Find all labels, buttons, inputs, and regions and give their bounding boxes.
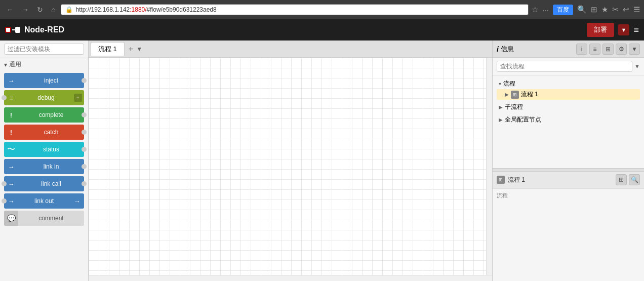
linkcall-port-right [82, 181, 87, 186]
main-menu-button[interactable]: ≡ [633, 25, 639, 35]
info-tree-flows-row[interactable]: ▾ 流程 [497, 78, 640, 89]
node-comment[interactable]: 💬 comment [4, 211, 84, 226]
browser-chrome: ← → ↻ ⌂ 🔒 http://192.168.1.142:1880/#flo… [0, 0, 644, 19]
svg-rect-3 [15, 27, 20, 33]
forward-btn[interactable]: → [19, 5, 31, 15]
grid-icon[interactable]: ⊞ [591, 5, 597, 14]
deploy-dropdown-button[interactable]: ▼ [618, 24, 630, 35]
canvas-grid[interactable] [89, 58, 492, 281]
flow1-arrow: ▶ [505, 92, 509, 97]
node-link-in[interactable]: → link in [4, 159, 84, 174]
app-logo: Node-RED [5, 25, 64, 35]
more-icon[interactable]: ··· [542, 6, 549, 14]
search-input[interactable] [4, 44, 84, 55]
flows-label: 流程 [503, 79, 515, 88]
canvas-tabs: 流程 1 + ▼ [89, 41, 492, 58]
subflow-label: 子流程 [505, 103, 523, 111]
add-tab-button[interactable]: + [126, 45, 136, 54]
info-panel: i 信息 i ≡ ⊞ ⚙ ▼ ▼ ▾ 流程 [492, 41, 644, 281]
settings-icon[interactable]: ☰ [633, 5, 640, 14]
info-tab[interactable]: i 信息 [497, 45, 514, 54]
flows-arrow: ▾ [499, 81, 501, 87]
canvas-scrollbar-h[interactable] [89, 275, 492, 281]
tools-icon[interactable]: ✂ [612, 5, 619, 14]
topbar-right: 部署 ▼ ≡ [587, 23, 639, 37]
info-icon-btn-list[interactable]: ≡ [589, 44, 600, 55]
flow1-icon: ⊞ [511, 91, 519, 99]
node-catch[interactable]: ! catch [4, 125, 84, 140]
node-inject[interactable]: → inject [4, 73, 84, 88]
info-icon-btn-i[interactable]: i [576, 44, 587, 55]
linkin-port-right [82, 164, 87, 169]
info-tree-subflow-row[interactable]: ▶ 子流程 [497, 102, 640, 112]
comment-icon: 💬 [4, 211, 18, 226]
flow1-label: 流程 1 [521, 90, 538, 99]
info-bottom-btns: ⊞ 🔍 [616, 174, 640, 185]
linkin-icon: → [4, 159, 18, 174]
node-debug[interactable]: ≡ debug ≡ [4, 90, 84, 105]
node-link-out[interactable]: → link out → [4, 193, 84, 209]
deploy-label: 部署 [594, 25, 607, 34]
node-complete[interactable]: ! complete [4, 107, 84, 123]
sidebar-nodes-list: → inject ≡ debug ≡ ! complete [0, 71, 88, 281]
catch-icon: ! [4, 125, 18, 140]
complete-icon: ! [4, 107, 18, 123]
back-btn[interactable]: ← [4, 5, 16, 15]
info-tree: ▾ 流程 ▶ ⊞ 流程 1 ▶ 子流程 [493, 75, 644, 168]
linkout-port-left [2, 198, 7, 204]
address-bar[interactable]: 🔒 http://192.168.1.142:1880/#flow/e5b90d… [61, 4, 529, 15]
debug-port-left [2, 95, 7, 100]
info-tree-global-section: ▶ 全局配置节点 [497, 114, 640, 125]
info-tree-subflow-section: ▶ 子流程 [497, 102, 640, 112]
info-tree-flow1-row[interactable]: ▶ ⊞ 流程 1 [497, 89, 640, 100]
info-bottom-content: 流程 [493, 188, 644, 282]
star-icon[interactable]: ☆ [532, 5, 538, 14]
node-status-label: status [18, 146, 84, 153]
lock-icon: 🔒 [65, 6, 73, 13]
catch-port-right [82, 130, 87, 135]
refresh-btn[interactable]: ↻ [34, 5, 46, 15]
home-btn[interactable]: ⌂ [49, 5, 58, 15]
topbar: Node-RED 部署 ▼ ≡ [0, 19, 644, 41]
chevron-down-icon: ▾ [4, 61, 7, 68]
info-bottom-content-label: 流程 [497, 192, 508, 198]
browser-toolbar: ☆ ··· 百度 🔍 ⊞ ★ ✂ ↩ ☰ [532, 5, 640, 15]
info-search-input[interactable] [497, 61, 632, 72]
global-arrow: ▶ [499, 117, 503, 123]
linkcall-port-left [2, 181, 7, 186]
app-wrapper: Node-RED 部署 ▼ ≡ ▾ 通用 → inject [0, 19, 644, 281]
info-bottom-search-btn[interactable]: 🔍 [629, 174, 640, 185]
canvas-scrollbar-v[interactable] [486, 58, 492, 281]
subflow-arrow: ▶ [499, 104, 503, 110]
canvas-tab-flow1[interactable]: 流程 1 [91, 42, 125, 56]
node-status[interactable]: 〜 status [4, 142, 84, 157]
fav-icon[interactable]: ★ [601, 5, 608, 14]
info-bottom-flow-icon: ⊞ [497, 176, 505, 184]
sidebar-category-general[interactable]: ▾ 通用 [0, 58, 88, 71]
status-icon: 〜 [4, 142, 18, 157]
url-text: http://192.168.1.142:1880/#flow/e5b90d63… [75, 6, 216, 13]
node-sidebar: ▾ 通用 → inject ≡ debug ≡ [0, 41, 89, 281]
info-panel-header: i 信息 i ≡ ⊞ ⚙ ▼ [493, 41, 644, 58]
info-icon-btn-dropdown[interactable]: ▼ [629, 44, 640, 55]
info-icon-btn-grid[interactable]: ⊞ [602, 44, 614, 55]
node-inject-label: inject [18, 77, 84, 84]
linkout-right-arrow: → [70, 193, 84, 209]
category-label: 通用 [9, 60, 21, 69]
info-icon: i [497, 45, 499, 53]
info-bottom-grid-btn[interactable]: ⊞ [616, 174, 627, 185]
baidu-btn[interactable]: 百度 [553, 5, 573, 15]
info-search-dropdown-btn[interactable]: ▼ [634, 63, 640, 69]
global-label: 全局配置节点 [505, 115, 541, 124]
tab-dropdown-button[interactable]: ▼ [136, 46, 142, 53]
node-linkin-label: link in [18, 163, 84, 170]
undo-icon[interactable]: ↩ [623, 5, 629, 14]
svg-rect-1 [6, 28, 10, 32]
deploy-button[interactable]: 部署 [587, 23, 614, 37]
inject-port-right [82, 78, 87, 83]
node-link-call[interactable]: → link call [4, 176, 84, 191]
info-tree-global-row[interactable]: ▶ 全局配置节点 [497, 114, 640, 125]
info-icon-btn-gear[interactable]: ⚙ [616, 44, 627, 55]
search-icon[interactable]: 🔍 [577, 5, 587, 14]
node-linkcall-label: link call [18, 180, 84, 187]
